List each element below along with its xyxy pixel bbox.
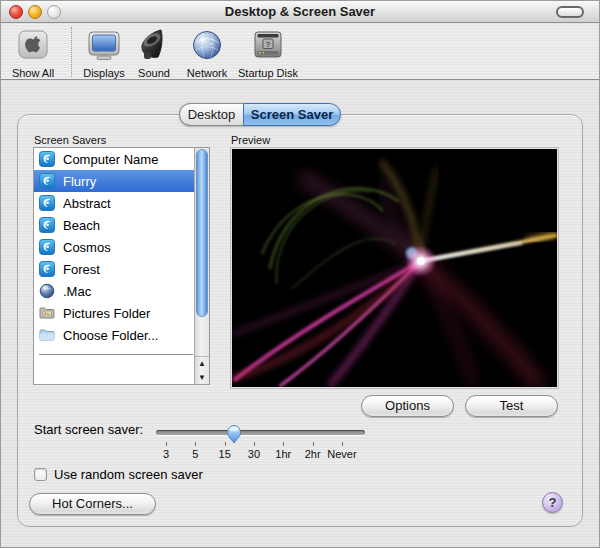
swirl-icon xyxy=(39,151,55,167)
swirl-icon xyxy=(39,261,55,277)
list-item[interactable]: Computer Name xyxy=(34,148,194,170)
scrollbar-arrows: ▲ ▼ xyxy=(195,356,209,384)
preferences-window: Desktop & Screen Saver Show All xyxy=(0,0,600,548)
toolbar-item-show-all[interactable]: Show All xyxy=(1,28,65,81)
options-button[interactable]: Options xyxy=(361,395,454,417)
list-item-label: Pictures Folder xyxy=(63,306,150,321)
toolbar-item-network[interactable]: Network xyxy=(175,28,239,81)
list-item-label: Choose Folder... xyxy=(63,328,158,343)
slider-tick-label: 5 xyxy=(180,448,210,460)
slider-tick xyxy=(313,442,314,446)
svg-text:?: ? xyxy=(266,40,271,49)
use-random-label: Use random screen saver xyxy=(54,467,203,482)
screen-savers-label: Screen Savers xyxy=(34,134,106,146)
list-item-label: Cosmos xyxy=(63,240,111,255)
slider-tick-label: 1hr xyxy=(268,448,298,460)
use-random-checkbox[interactable] xyxy=(34,468,47,481)
apple-show-all-icon xyxy=(1,28,65,62)
window-title: Desktop & Screen Saver xyxy=(1,4,599,19)
preview-label: Preview xyxy=(231,134,270,146)
list-item-label: Forest xyxy=(63,262,100,277)
slider-tick-label: 2hr xyxy=(298,448,328,460)
slider-tick-label: 3 xyxy=(151,448,181,460)
title-bar: Desktop & Screen Saver xyxy=(1,1,599,23)
test-button[interactable]: Test xyxy=(465,395,558,417)
swirl-icon xyxy=(39,217,55,233)
list-item[interactable]: Cosmos xyxy=(34,236,194,258)
list-separator xyxy=(39,354,193,355)
slider-tick xyxy=(342,442,343,446)
start-screen-saver-label: Start screen saver: xyxy=(34,422,143,437)
toolbar-label-displays: Displays xyxy=(83,67,125,79)
toolbar-label-startup-disk: Startup Disk xyxy=(238,67,298,79)
list-item[interactable]: .Mac xyxy=(34,280,194,302)
screen-saver-rows: Computer NameFlurryAbstractBeachCosmosFo… xyxy=(34,148,194,384)
list-item[interactable]: Choose Folder... xyxy=(34,324,194,346)
mac-globe-icon xyxy=(39,283,55,299)
slider-tick-label: 30 xyxy=(239,448,269,460)
globe-icon xyxy=(175,28,239,62)
hot-corners-button[interactable]: Hot Corners... xyxy=(29,493,156,515)
list-item-label: Beach xyxy=(63,218,100,233)
slider-track[interactable] xyxy=(156,430,365,435)
list-item[interactable]: Abstract xyxy=(34,192,194,214)
tab-screen-saver[interactable]: Screen Saver xyxy=(243,103,341,126)
screen-saver-preview xyxy=(231,148,558,388)
help-button[interactable]: ? xyxy=(542,492,563,513)
list-item-label: Computer Name xyxy=(63,152,158,167)
list-item-label: .Mac xyxy=(63,284,91,299)
toolbar-toggle-button[interactable] xyxy=(556,6,584,18)
slider-tick-label: 15 xyxy=(210,448,240,460)
list-item[interactable]: Forest xyxy=(34,258,194,280)
swirl-icon xyxy=(39,195,55,211)
slider-tick xyxy=(283,442,284,446)
slider-tick-label: Never xyxy=(327,448,357,460)
list-item[interactable]: Beach xyxy=(34,214,194,236)
list-item[interactable]: Pictures Folder xyxy=(34,302,194,324)
slider-tick xyxy=(195,442,196,446)
tab-desktop[interactable]: Desktop xyxy=(179,103,243,126)
toolbar: Show All Displays xyxy=(1,24,599,80)
list-item-label: Flurry xyxy=(63,174,96,189)
toolbar-label-show-all: Show All xyxy=(12,67,54,79)
scrollbar-thumb[interactable] xyxy=(196,149,208,317)
scroll-down-arrow-icon[interactable]: ▼ xyxy=(195,371,209,385)
slider-tick xyxy=(166,442,167,446)
swirl-icon xyxy=(39,239,55,255)
list-item-label: Abstract xyxy=(63,196,111,211)
pictures-folder-icon xyxy=(39,305,55,321)
disk-icon: ? xyxy=(236,28,300,62)
tab-bar: Desktop Screen Saver xyxy=(179,103,341,126)
list-scrollbar[interactable]: ▲ ▼ xyxy=(194,148,209,384)
folder-icon xyxy=(39,327,55,343)
toolbar-label-sound: Sound xyxy=(138,67,170,79)
toolbar-item-startup-disk[interactable]: ? Startup Disk xyxy=(236,28,300,81)
slider-tick xyxy=(225,442,226,446)
slider-thumb[interactable] xyxy=(226,424,242,444)
list-item[interactable]: Flurry xyxy=(34,170,194,192)
scroll-up-arrow-icon[interactable]: ▲ xyxy=(195,357,209,371)
flurry-preview-image xyxy=(232,149,557,387)
slider-tick xyxy=(254,442,255,446)
swirl-icon xyxy=(39,173,55,189)
toolbar-label-network: Network xyxy=(187,67,227,79)
screen-saver-list: Computer NameFlurryAbstractBeachCosmosFo… xyxy=(33,147,210,385)
